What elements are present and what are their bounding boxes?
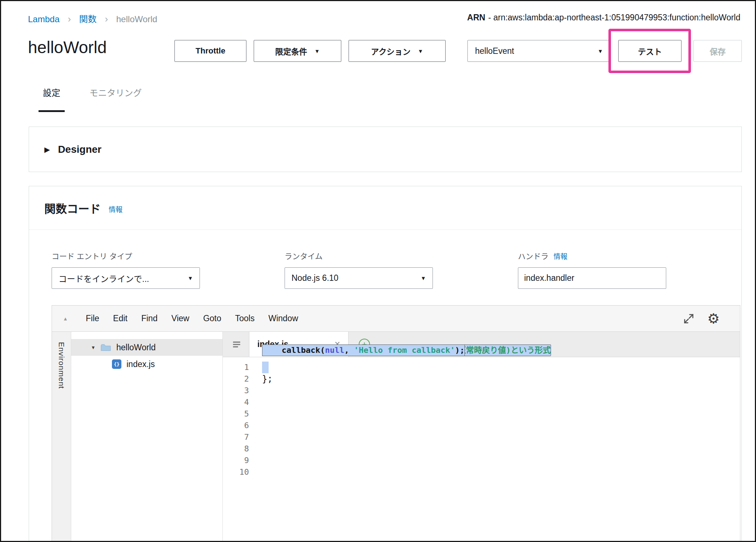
file-tree: ▼ helloWorld {} index.js <box>71 332 223 542</box>
line-number[interactable]: 8 <box>223 443 249 455</box>
field-code-entry-type: コード エントリ タイプ コードをインラインで... ▼ <box>52 250 200 289</box>
breadcrumb: Lambda › 関数 › helloWorld <box>28 12 157 25</box>
editor-body: Environment ▼ helloWorld {} index.js <box>52 332 740 542</box>
line-number[interactable]: 9 <box>223 455 249 466</box>
breadcrumb-item-current: helloWorld <box>116 14 157 24</box>
gutter: 12345678910 <box>223 362 254 542</box>
caret-down-icon: ▼ <box>314 48 320 54</box>
actions-button-label: アクション <box>371 45 411 57</box>
designer-panel[interactable]: ▶ Designer <box>29 127 742 172</box>
designer-title: Designer <box>58 144 101 155</box>
editor-area: index.js × + 12345678910 exports.handler… <box>223 332 740 542</box>
tree-file-label: index.js <box>126 359 155 369</box>
breadcrumb-item-functions[interactable]: 関数 <box>79 14 97 24</box>
lambda-console-page: Lambda › 関数 › helloWorld ARN- arn:aws:la… <box>0 0 756 542</box>
tab-monitoring[interactable]: モニタリング <box>85 86 146 112</box>
environment-label: Environment <box>57 342 66 542</box>
qualifiers-button[interactable]: 限定条件 ▼ <box>254 40 341 62</box>
handler-label: ハンドラ <box>518 250 548 261</box>
line-number[interactable]: 2 <box>223 373 249 385</box>
gear-icon[interactable]: ⚙ <box>707 312 720 326</box>
menu-item-find[interactable]: Find <box>134 314 165 323</box>
function-code-title: 関数コード <box>44 200 101 216</box>
code-entry-type-label: コード エントリ タイプ <box>52 250 132 261</box>
menu-item-view[interactable]: View <box>164 314 196 323</box>
menu-item-window[interactable]: Window <box>261 314 305 323</box>
line-number[interactable]: 5 <box>223 408 249 420</box>
runtime-value: Node.js 6.10 <box>291 273 338 283</box>
menu-item-edit[interactable]: Edit <box>106 314 134 323</box>
caret-down-icon: ▼ <box>188 275 193 281</box>
tab-list-icon[interactable] <box>232 339 242 350</box>
tree-file-row[interactable]: {} index.js <box>71 356 222 372</box>
disclosure-down-icon[interactable]: ▼ <box>91 345 100 350</box>
line-number[interactable]: 6 <box>223 420 249 431</box>
folder-icon <box>100 343 111 352</box>
code-line[interactable] <box>262 362 740 373</box>
function-code-header: 関数コード 情報 <box>29 186 741 230</box>
field-runtime: ランタイム Node.js 6.10 ▼ <box>285 250 433 289</box>
line-number[interactable]: 1 <box>223 362 249 373</box>
code-area[interactable]: 12345678910 exports.handler = (event, co… <box>223 357 740 542</box>
test-button[interactable]: テスト <box>618 40 681 62</box>
menu-item-tools[interactable]: Tools <box>228 314 262 323</box>
runtime-select[interactable]: Node.js 6.10 ▼ <box>285 267 433 289</box>
qualifiers-button-label: 限定条件 <box>275 45 307 57</box>
runtime-label: ランタイム <box>285 250 323 261</box>
menu-item-file[interactable]: File <box>79 314 106 323</box>
environment-sidebar[interactable]: Environment <box>52 332 71 542</box>
code-lines: exports.handler = (event, context, callb… <box>254 362 740 542</box>
tree-folder-row[interactable]: ▼ helloWorld <box>71 339 222 356</box>
tree-folder-label: helloWorld <box>116 343 156 352</box>
menubar-icons: ⚙ <box>683 312 740 326</box>
throttle-button[interactable]: Throttle <box>174 40 246 62</box>
function-arn: ARN- arn:aws:lambda:ap-northeast-1:05199… <box>467 13 740 23</box>
top-bar: Lambda › 関数 › helloWorld ARN- arn:aws:la… <box>28 12 740 25</box>
tab-settings[interactable]: 設定 <box>39 86 65 112</box>
code-editor: ▲ File Edit Find View Goto Tools Window … <box>52 305 740 542</box>
fullscreen-icon[interactable] <box>683 313 694 324</box>
collapse-menubar-icon[interactable]: ▲ <box>52 316 79 322</box>
test-event-select[interactable]: helloEvent ▼ <box>467 40 611 62</box>
code-line[interactable]: }; <box>262 373 740 385</box>
arn-label: ARN <box>467 13 485 22</box>
function-code-panel: 関数コード 情報 コード エントリ タイプ コードをインラインで... ▼ ラン… <box>29 186 742 542</box>
js-file-icon: {} <box>112 359 121 369</box>
actions-button[interactable]: アクション ▼ <box>349 40 446 62</box>
handler-input[interactable] <box>518 267 666 289</box>
caret-down-icon: ▼ <box>598 48 603 54</box>
tab-bar: 設定 モニタリング <box>39 86 146 112</box>
handler-info-link[interactable]: 情報 <box>554 251 567 261</box>
line-number[interactable]: 4 <box>223 396 249 408</box>
caret-down-icon: ▼ <box>421 275 426 281</box>
arn-value: - arn:aws:lambda:ap-northeast-1:05199047… <box>488 13 740 22</box>
code-entry-type-select[interactable]: コードをインラインで... ▼ <box>52 267 200 289</box>
expand-triangle-icon: ▶ <box>44 145 50 154</box>
caret-down-icon: ▼ <box>418 48 423 54</box>
chevron-separator-icon: › <box>105 13 108 24</box>
field-handler: ハンドラ 情報 <box>518 250 666 289</box>
line-number[interactable]: 3 <box>223 385 249 396</box>
menu-item-goto[interactable]: Goto <box>196 314 228 323</box>
page-title: helloWorld <box>28 37 106 57</box>
save-button[interactable]: 保存 <box>693 40 742 62</box>
info-link[interactable]: 情報 <box>109 204 122 214</box>
code-entry-type-value: コードをインラインで... <box>59 272 149 284</box>
chevron-separator-icon: › <box>68 13 71 24</box>
line-number[interactable]: 10 <box>223 466 249 478</box>
test-event-selected-value: helloEvent <box>475 46 514 56</box>
editor-menubar: ▲ File Edit Find View Goto Tools Window … <box>52 306 740 332</box>
line-number[interactable]: 7 <box>223 431 249 443</box>
code-line[interactable]: callback(null, 'Hello from callback'); <box>262 344 465 356</box>
breadcrumb-item-lambda[interactable]: Lambda <box>28 14 60 24</box>
